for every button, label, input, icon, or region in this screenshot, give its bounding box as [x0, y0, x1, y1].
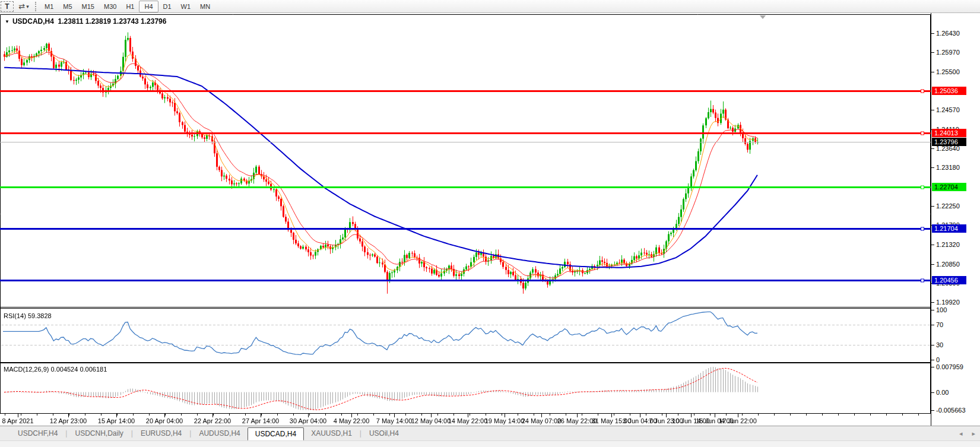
axis-tick-mark: [931, 52, 934, 53]
price-axis-tick: 1.26430: [936, 30, 960, 37]
time-axis-label: 12 Apr 23:00: [50, 417, 87, 424]
timeframe-button-m5[interactable]: M5: [58, 1, 77, 12]
macd-axis-tick: 0.007959: [936, 363, 963, 370]
axis-tick-mark: [931, 167, 934, 168]
time-axis-label: 7 May 14:00: [376, 417, 413, 424]
chart-tab-audusd-h4[interactable]: AUDUSD,H4: [192, 427, 247, 439]
tab-scroll-right-icon[interactable]: ▸: [972, 430, 975, 438]
timeframe-button-h4[interactable]: H4: [139, 1, 158, 12]
price-axis-tick: 1.25970: [936, 49, 960, 56]
time-axis-label: 20 Apr 04:00: [146, 417, 183, 424]
chevron-down-icon: ▾: [26, 4, 29, 9]
text-tool-button[interactable]: T: [1, 1, 14, 12]
time-axis-label: 15 Apr 14:00: [98, 417, 135, 424]
axis-tick-mark: [931, 148, 934, 149]
price-axis-tick: 1.22250: [936, 202, 960, 210]
timeframe-button-m30[interactable]: M30: [99, 1, 121, 12]
symbol-tabbar: USDCHF,H4|USDCNH,Daily|EURUSD,H4|AUDUSD,…: [0, 426, 980, 440]
price-axis-tick: 1.20850: [936, 261, 960, 268]
rsi-axis-tick: 100: [936, 306, 947, 313]
axis-tick-mark: [931, 345, 934, 345]
level-price-badge: 1.22704: [932, 183, 966, 191]
axis-tick-mark: [931, 72, 934, 72]
price-axis[interactable]: 1.264301.259701.255001.245701.241101.236…: [931, 13, 980, 426]
timeframe-button-d1[interactable]: D1: [158, 1, 176, 12]
axis-tick-mark: [931, 367, 934, 367]
level-price-badge: 1.20456: [932, 276, 966, 284]
chart-title: ▼USDCAD,H4 1.23811 1.23819 1.23743 1.237…: [5, 17, 166, 26]
chart-symbol-label: USDCAD,H4: [12, 17, 54, 26]
axis-tick-mark: [931, 110, 934, 110]
axis-tick-mark: [931, 310, 934, 310]
axis-tick-mark: [931, 33, 934, 34]
chart-shift-marker[interactable]: [760, 15, 766, 19]
level-price-badge: 1.21704: [932, 224, 966, 233]
level-price-badge: 1.25036: [932, 87, 966, 95]
timeframe-toolbar: M1M5M15M30H1H4D1W1MN: [40, 1, 215, 12]
axis-tick-mark: [931, 410, 934, 411]
axis-tick-mark: [931, 264, 934, 265]
price-axis-tick: 1.19920: [936, 299, 960, 306]
symbol-tabs: USDCHF,H4|USDCNH,Daily|EURUSD,H4|AUDUSD,…: [11, 427, 406, 440]
top-toolbar: T ⇄ ▾ M1M5M15M30H1H4D1W1MN: [0, 0, 980, 13]
axis-tick-mark: [931, 360, 934, 360]
time-axis-label: 24 May 07:00: [522, 417, 562, 424]
level-price-badge: 1.24013: [932, 129, 966, 137]
axis-tick-mark: [931, 245, 934, 245]
rsi-axis-tick: 70: [936, 321, 943, 328]
profiles-icon: ⇄: [18, 2, 25, 11]
timeframe-button-m1[interactable]: M1: [40, 1, 58, 12]
time-axis-label: 4 May 22:00: [334, 417, 370, 424]
tab-scroll-left-icon[interactable]: ◂: [959, 430, 963, 438]
axis-tick-mark: [931, 302, 934, 303]
title-dropdown-icon[interactable]: ▼: [5, 19, 9, 24]
time-axis-label: 27 Apr 14:00: [242, 417, 279, 424]
chart-tab-usdcnh-daily[interactable]: USDCNH,Daily: [68, 427, 130, 439]
macd-axis-tick: -0.005663: [936, 407, 966, 414]
time-axis-label: 19 May 14:00: [485, 417, 525, 424]
chart-tab-usdchf-h4[interactable]: USDCHF,H4: [11, 427, 65, 439]
axis-tick-mark: [931, 206, 934, 207]
status-strip: [0, 440, 980, 447]
price-axis-tick: 1.25500: [936, 68, 960, 75]
rsi-axis-tick: 0: [936, 356, 940, 363]
current-price-badge: 1.23796: [932, 138, 966, 146]
macd-indicator-label: MACD(12,26,9) 0.004524 0.006181: [4, 366, 107, 373]
chart-tab-xauusd-h1[interactable]: XAUUSD,H1: [304, 427, 359, 439]
time-axis-label: 30 Apr 04:00: [290, 417, 326, 424]
timeframe-button-h1[interactable]: H1: [121, 1, 139, 12]
chart-window: ▼USDCAD,H4 1.23811 1.23819 1.23743 1.237…: [0, 13, 980, 426]
main-chart-canvas[interactable]: [0, 13, 931, 426]
chart-tab-eurusd-h4[interactable]: EURUSD,H4: [134, 427, 189, 439]
time-axis-label: 8 Apr 2021: [2, 417, 33, 424]
price-axis-tick: 1.23180: [936, 164, 960, 171]
timeframe-button-mn[interactable]: MN: [195, 1, 215, 12]
axis-tick-mark: [931, 392, 934, 393]
toolbar-grip: [35, 2, 36, 11]
price-axis-tick: 1.21320: [936, 241, 960, 248]
chart-ohlc-values: 1.23811 1.23819 1.23743 1.23796: [58, 17, 167, 26]
chart-tab-usdcad-h4[interactable]: USDCAD,H4: [248, 427, 304, 440]
chart-tab-usoil-h4[interactable]: USOil,H4: [362, 427, 406, 439]
profiles-button[interactable]: ⇄ ▾: [18, 1, 30, 12]
time-axis-label: 12 May 04:00: [411, 417, 451, 424]
axis-tick-mark: [931, 325, 934, 325]
price-axis-tick: 1.24570: [936, 106, 960, 113]
timeframe-button-w1[interactable]: W1: [176, 1, 196, 12]
rsi-axis-tick: 30: [936, 341, 943, 348]
time-axis-label: 22 Apr 22:00: [194, 417, 231, 424]
macd-axis-tick: 0.00: [936, 389, 949, 396]
rsi-indicator-label: RSI(14) 59.3828: [4, 312, 52, 319]
tab-scroll-controls: ◂ ▸: [959, 430, 975, 438]
time-axis-label: 26 May 22:00: [557, 417, 597, 424]
timeframe-button-m15[interactable]: M15: [77, 1, 99, 12]
time-axis-label: 17 Jun 22:00: [719, 417, 757, 424]
time-axis-label: 14 May 22:00: [448, 417, 488, 424]
